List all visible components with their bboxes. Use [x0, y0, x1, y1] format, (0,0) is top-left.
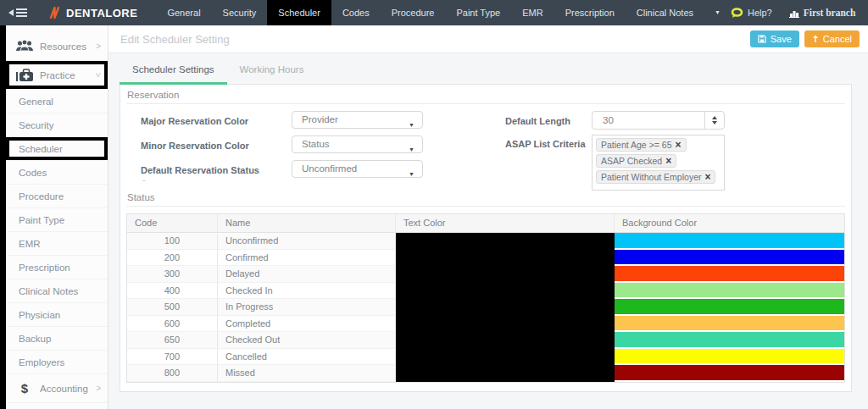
sidebar-item-codes[interactable]: Codes	[6, 161, 108, 185]
text-color-swatch[interactable]	[396, 299, 615, 316]
brand[interactable]: DENTALORE	[49, 5, 137, 20]
nav-more-chevron-down-icon[interactable]: ▼	[704, 0, 731, 25]
background-color-swatch[interactable]	[615, 233, 844, 250]
remove-tag-icon[interactable]: ×	[665, 157, 671, 165]
status-row[interactable]: 800 Missed	[127, 365, 844, 382]
status-row[interactable]: 600 Completed	[127, 316, 844, 333]
help-label: Help?	[748, 8, 772, 18]
tab-scheduler-settings[interactable]: Scheduler Settings	[120, 64, 227, 85]
cancel-button[interactable]: Cancel	[804, 30, 860, 47]
background-color-swatch[interactable]	[615, 299, 844, 316]
background-color-swatch[interactable]	[615, 316, 844, 333]
navbar-right: Help? First branch System Administrator …	[731, 8, 868, 19]
nav-item-prescription[interactable]: Prescription	[554, 0, 626, 25]
page-title: Edit Scheduler Setting	[120, 33, 230, 46]
nav-item-security[interactable]: Security	[212, 0, 268, 25]
status-code: 800	[127, 365, 218, 382]
sidebar-item-prescription[interactable]: Prescription	[6, 256, 108, 279]
text-color-swatch[interactable]	[396, 250, 615, 267]
reservation-form: Major Reservation Color Provider ▼ Minor…	[126, 104, 845, 192]
nav-item-codes[interactable]: Codes	[331, 0, 381, 25]
nav-item-general[interactable]: General	[156, 0, 211, 25]
select-caret-icon: ▼	[409, 166, 415, 182]
users-icon	[14, 40, 35, 53]
asap-tag: Patient Age >= 65 ×	[596, 138, 687, 152]
status-code: 200	[127, 250, 218, 267]
column-header-name: Name	[218, 214, 396, 233]
nav-item-clinical-notes[interactable]: Clinical Notes	[626, 0, 704, 25]
sidebar-group-label: Accounting	[40, 384, 96, 394]
sidebar-item-paint-type[interactable]: Paint Type	[6, 208, 108, 232]
background-color-swatch[interactable]	[615, 365, 844, 382]
asap-criteria-multiselect[interactable]: Patient Age >= 65 × ASAP Checked × Patie…	[592, 135, 725, 191]
remove-tag-icon[interactable]: ×	[704, 173, 710, 181]
background-color-swatch[interactable]	[615, 266, 844, 283]
minor-reservation-color-label: Minor Reservation Color	[141, 141, 249, 151]
stepper-down-icon[interactable]	[712, 121, 717, 124]
status-code: 600	[127, 316, 218, 333]
number-stepper[interactable]	[704, 112, 724, 129]
background-color-swatch[interactable]	[615, 250, 844, 267]
status-row[interactable]: 400 Checked In	[127, 283, 844, 300]
help-button[interactable]: Help?	[731, 8, 772, 19]
sidebar-item-general[interactable]: General	[6, 90, 108, 113]
major-reservation-color-select[interactable]: Provider ▼	[292, 111, 423, 129]
status-code: 300	[127, 266, 218, 283]
text-color-swatch[interactable]	[396, 233, 615, 250]
status-row[interactable]: 100 Unconfirmed	[127, 233, 844, 250]
sidebar-item-procedure[interactable]: Procedure	[6, 185, 108, 208]
default-length-value: 30	[603, 115, 614, 125]
default-reservation-status-select[interactable]: Unconfirmed ▼	[292, 160, 423, 178]
sidebar-group-resources[interactable]: Resources >	[6, 32, 108, 61]
status-name: Cancelled	[218, 349, 396, 366]
nav-item-paint-type[interactable]: Paint Type	[445, 0, 511, 25]
status-row[interactable]: 700 Cancelled	[127, 349, 844, 366]
sidebar-item-employers[interactable]: Employers	[6, 351, 108, 374]
status-row[interactable]: 300 Delayed	[127, 266, 844, 283]
tab-working-hours[interactable]: Working Hours	[227, 64, 317, 85]
sidebar-item-scheduler[interactable]: Scheduler	[6, 137, 108, 161]
status-row[interactable]: 650 Checked Out	[127, 332, 844, 349]
text-color-swatch[interactable]	[396, 349, 615, 366]
status-code: 400	[127, 283, 218, 300]
sidebar-item-backup[interactable]: Backup	[6, 327, 108, 351]
sidebar-group-practice[interactable]: Practice >	[6, 61, 108, 90]
background-color-swatch[interactable]	[615, 332, 844, 349]
text-color-swatch[interactable]	[396, 266, 615, 283]
stepper-up-icon[interactable]	[712, 116, 717, 119]
sidebar-item-security[interactable]: Security	[6, 113, 108, 137]
asap-tag: Patient Without Employer ×	[596, 170, 715, 184]
background-color-swatch[interactable]	[615, 283, 844, 300]
branch-label: First branch	[804, 8, 856, 18]
nav-item-scheduler[interactable]: Scheduler	[267, 0, 331, 25]
remove-tag-icon[interactable]: ×	[676, 141, 682, 149]
text-color-swatch[interactable]	[396, 332, 615, 349]
text-color-swatch[interactable]	[396, 365, 615, 382]
text-color-swatch[interactable]	[396, 316, 615, 333]
default-length-input[interactable]: 30	[592, 111, 725, 130]
status-row[interactable]: 200 Confirmed	[127, 250, 844, 267]
minor-reservation-color-select[interactable]: Status ▼	[292, 135, 423, 153]
asap-tag-label: ASAP Checked	[601, 156, 662, 166]
status-code: 700	[127, 349, 218, 366]
asap-tag: ASAP Checked ×	[596, 154, 676, 168]
sidebar-item-physician[interactable]: Physician	[6, 303, 108, 327]
medical-bag-icon	[14, 68, 35, 82]
sidebar-item-emr[interactable]: EMR	[6, 232, 108, 256]
asap-tag-label: Patient Without Employer	[601, 172, 701, 182]
status-name: Checked In	[218, 283, 396, 300]
nav-item-procedure[interactable]: Procedure	[381, 0, 446, 25]
background-color-swatch[interactable]	[615, 349, 844, 366]
chevron-right-icon: >	[96, 384, 101, 393]
default-length-label: Default Length	[505, 116, 570, 126]
branch-selector[interactable]: First branch	[789, 8, 856, 18]
sidebar-group-accounting[interactable]: $ Accounting >	[6, 374, 108, 403]
save-button[interactable]: Save	[750, 30, 799, 47]
sidebar-collapse-icon[interactable]	[8, 8, 27, 17]
column-header-code: Code	[127, 214, 218, 233]
settings-card: Reservation Major Reservation Color Prov…	[120, 84, 852, 392]
text-color-swatch[interactable]	[396, 283, 615, 300]
nav-item-emr[interactable]: EMR	[511, 0, 554, 25]
sidebar-item-clinical-notes[interactable]: Clinical Notes	[6, 279, 108, 303]
status-row[interactable]: 500 In Progress	[127, 299, 844, 316]
